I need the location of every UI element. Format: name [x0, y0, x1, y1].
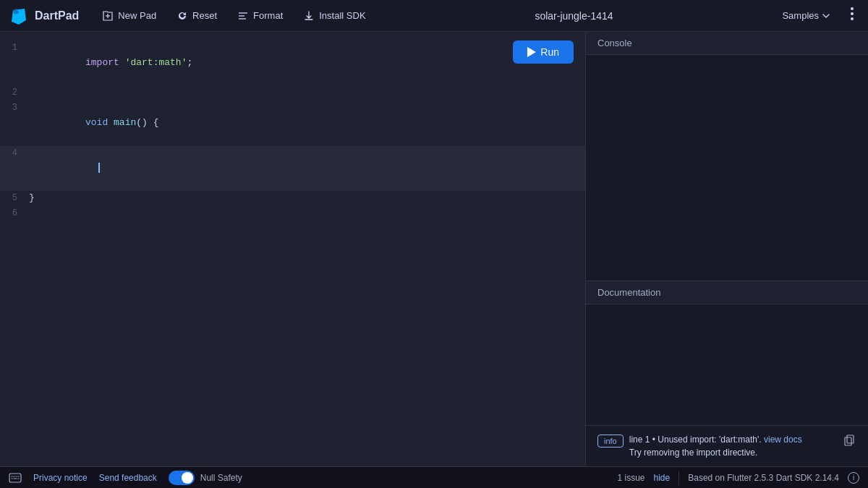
line-content-5: }: [29, 191, 585, 206]
issues-count: 1 issue: [618, 473, 645, 483]
line-number-5: 5: [0, 191, 29, 205]
console-label: Console: [586, 32, 868, 55]
pad-title: solar-jungle-1414: [375, 10, 774, 22]
header: DartPad New Pad Reset Format: [0, 0, 868, 32]
text-cursor: [98, 163, 100, 173]
chevron-down-icon: [822, 12, 830, 20]
code-line-5: 5 }: [0, 191, 585, 206]
dartpad-logo-icon: [9, 6, 29, 26]
issues-section: info line 1 • Unused import: 'dart:math'…: [586, 426, 868, 466]
more-options-button[interactable]: [845, 3, 859, 28]
format-button[interactable]: Format: [229, 6, 292, 26]
info-icon[interactable]: i: [848, 472, 859, 484]
flutter-info-text: Based on Flutter 2.5.3 Dart SDK 2.14.4: [688, 473, 839, 483]
console-section: Console: [586, 32, 868, 281]
view-docs-link[interactable]: view docs: [764, 435, 802, 445]
line-content-3: void main() {: [29, 100, 585, 145]
editor-pane: Run 1 import 'dart:math'; 2 3 void main(…: [0, 32, 586, 466]
format-icon: [237, 10, 249, 22]
send-feedback-link[interactable]: Send feedback: [99, 473, 157, 483]
issue-text: line 1 • Unused import: 'dart:math'. vie…: [629, 433, 802, 459]
svg-point-5: [851, 7, 854, 10]
docs-content: [586, 304, 868, 425]
more-vertical-icon: [851, 7, 854, 20]
issue-message: line 1 • Unused import: 'dart:math'.: [629, 435, 762, 445]
line-content-1: import 'dart:math';: [29, 40, 585, 85]
issue-suggestion: Try removing the import directive.: [629, 448, 758, 458]
code-line-4: 4: [0, 146, 585, 191]
line-number-6: 6: [0, 206, 29, 221]
code-line-1: 1 import 'dart:math';: [0, 40, 585, 85]
svg-rect-10: [845, 437, 851, 445]
status-bar-right: 1 issue hide Based on Flutter 2.5.3 Dart…: [618, 471, 860, 485]
install-sdk-button[interactable]: Install SDK: [294, 6, 374, 26]
hide-issues-link[interactable]: hide: [654, 473, 671, 483]
svg-marker-8: [527, 47, 536, 57]
docs-label: Documentation: [586, 281, 868, 304]
line-number-3: 3: [0, 100, 29, 115]
main-content: Run 1 import 'dart:math'; 2 3 void main(…: [0, 32, 868, 466]
console-content: [586, 55, 868, 281]
samples-button[interactable]: Samples: [773, 6, 839, 25]
keyboard-shortcuts-button[interactable]: [9, 473, 22, 483]
new-pad-icon: [102, 10, 114, 22]
privacy-notice-link[interactable]: Privacy notice: [33, 473, 88, 483]
install-sdk-icon: [303, 10, 315, 22]
reset-button[interactable]: Reset: [168, 6, 226, 26]
issue-row: info line 1 • Unused import: 'dart:math'…: [597, 433, 856, 459]
svg-rect-9: [847, 435, 854, 443]
play-icon: [527, 47, 536, 57]
logo-text: DartPad: [35, 9, 79, 22]
reset-icon: [176, 10, 188, 22]
code-line-3: 3 void main() {: [0, 100, 585, 145]
new-pad-button[interactable]: New Pad: [93, 6, 165, 26]
info-badge: info: [597, 435, 624, 448]
header-actions: New Pad Reset Format Install SDK: [93, 6, 374, 26]
code-line-2: 2: [0, 85, 585, 100]
logo-area: DartPad: [9, 6, 79, 26]
line-number-2: 2: [0, 85, 29, 100]
svg-point-7: [851, 17, 854, 20]
keyboard-icon: [9, 473, 22, 483]
divider: [678, 471, 679, 485]
header-right: Samples: [773, 3, 859, 28]
code-editor[interactable]: 1 import 'dart:math'; 2 3 void main() { …: [0, 32, 585, 466]
copy-issue-button[interactable]: [842, 433, 856, 450]
svg-rect-11: [9, 474, 21, 482]
null-safety-label: Null Safety: [200, 473, 242, 483]
docs-section: Documentation: [586, 281, 868, 426]
line-number-1: 1: [0, 40, 29, 55]
status-bar: Privacy notice Send feedback Null Safety…: [0, 466, 868, 488]
null-safety-toggle[interactable]: [169, 471, 195, 485]
run-button[interactable]: Run: [513, 40, 574, 64]
null-safety-toggle-container: Null Safety: [169, 471, 242, 485]
line-content-4: [29, 146, 585, 191]
svg-point-6: [851, 12, 854, 15]
line-number-4: 4: [0, 146, 29, 160]
right-pane: Console Documentation info line 1 • Unus…: [586, 32, 868, 466]
code-line-6: 6: [0, 206, 585, 221]
copy-icon: [843, 435, 855, 446]
run-btn-container: Run: [513, 40, 574, 64]
